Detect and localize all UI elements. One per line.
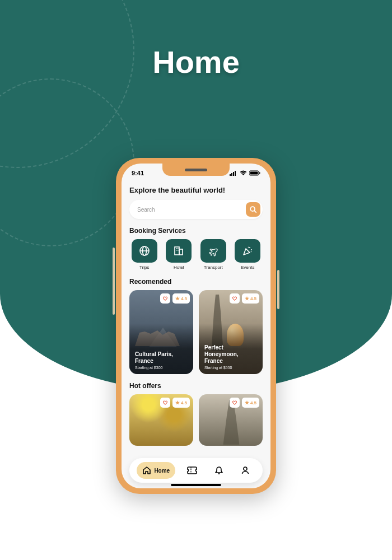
svg-rect-17 bbox=[178, 250, 179, 251]
rating-badge: 4.5 bbox=[172, 293, 190, 304]
card-badges: 4.5 bbox=[160, 293, 190, 304]
svg-rect-2 bbox=[233, 172, 234, 176]
recommended-cards: 4.5 Cultural Paris, France Starting at $… bbox=[129, 290, 263, 374]
nav-home-label: Home bbox=[154, 468, 170, 474]
home-icon bbox=[142, 466, 151, 475]
search-input[interactable] bbox=[137, 207, 246, 213]
star-icon bbox=[245, 400, 249, 405]
plane-icon bbox=[207, 244, 220, 258]
bottom-nav: Home bbox=[129, 458, 263, 483]
confetti-icon bbox=[241, 244, 254, 258]
rating-value: 4.5 bbox=[181, 400, 187, 405]
card-text: Perfect Honeymoon, France Starting at $5… bbox=[204, 344, 257, 370]
search-button[interactable] bbox=[246, 202, 260, 217]
svg-line-20 bbox=[248, 247, 249, 248]
service-trips[interactable]: Trips bbox=[129, 239, 160, 270]
battery-icon bbox=[249, 170, 260, 176]
card-subtitle: Starting at $300 bbox=[135, 366, 188, 370]
rating-badge: 4.5 bbox=[242, 398, 259, 408]
card-badges: 4.5 bbox=[230, 293, 259, 304]
person-icon bbox=[241, 466, 250, 475]
heart-icon bbox=[232, 296, 237, 301]
svg-rect-12 bbox=[175, 247, 179, 255]
card-title: Perfect Honeymoon, France bbox=[204, 344, 257, 365]
phone-screen: 9:41 Explore the beautiful bbox=[122, 164, 270, 488]
page-title: Home bbox=[0, 44, 392, 80]
globe-icon bbox=[138, 244, 151, 258]
hot-offers-cards: 4.5 4.5 bbox=[129, 394, 263, 446]
service-transport-box bbox=[200, 239, 226, 263]
bell-icon bbox=[214, 466, 223, 475]
recommended-title: Recomended bbox=[129, 278, 263, 286]
recommended-card-1[interactable]: 4.5 Cultural Paris, France Starting at $… bbox=[129, 290, 193, 374]
svg-rect-13 bbox=[179, 249, 183, 255]
svg-rect-5 bbox=[250, 172, 258, 175]
search-bar[interactable] bbox=[129, 200, 263, 219]
screen-content: Explore the beautiful world! Booking Ser… bbox=[122, 178, 270, 485]
service-transport-label: Transport bbox=[204, 265, 223, 270]
rating-badge: 4.5 bbox=[242, 293, 259, 304]
svg-point-18 bbox=[249, 247, 250, 248]
star-icon bbox=[245, 296, 249, 301]
hot-offer-card-2[interactable]: 4.5 bbox=[199, 394, 263, 446]
favorite-button[interactable] bbox=[230, 398, 240, 408]
service-trips-label: Trips bbox=[139, 265, 149, 270]
svg-rect-3 bbox=[235, 171, 236, 176]
search-icon bbox=[249, 206, 257, 213]
svg-line-21 bbox=[251, 251, 251, 252]
service-trips-box bbox=[132, 239, 157, 263]
status-time: 9:41 bbox=[132, 170, 144, 176]
phone-speaker bbox=[185, 169, 207, 171]
favorite-button[interactable] bbox=[160, 293, 170, 304]
booking-services-title: Booking Services bbox=[129, 227, 263, 235]
service-hotel-label: Hotel bbox=[174, 265, 184, 270]
svg-rect-14 bbox=[176, 248, 177, 249]
hot-offers-title: Hot offers bbox=[129, 382, 263, 390]
svg-rect-15 bbox=[178, 248, 179, 249]
headline: Explore the beautiful world! bbox=[129, 186, 263, 194]
star-icon bbox=[175, 400, 180, 405]
svg-rect-0 bbox=[230, 174, 231, 176]
svg-line-8 bbox=[254, 211, 256, 212]
signal-icon bbox=[230, 170, 237, 176]
svg-rect-1 bbox=[231, 173, 232, 176]
favorite-button[interactable] bbox=[230, 293, 240, 304]
svg-point-23 bbox=[244, 467, 247, 470]
svg-point-19 bbox=[251, 249, 252, 250]
rating-value: 4.5 bbox=[250, 296, 256, 301]
heart-icon bbox=[162, 296, 168, 301]
recommended-card-2[interactable]: 4.5 Perfect Honeymoon, France Starting a… bbox=[199, 290, 263, 374]
heart-icon bbox=[162, 400, 168, 405]
card-subtitle: Starting at $550 bbox=[204, 366, 257, 370]
star-icon bbox=[175, 296, 180, 301]
heart-icon bbox=[232, 400, 237, 405]
phone-frame: 9:41 Explore the beautiful bbox=[116, 158, 276, 494]
hot-offer-card-1[interactable]: 4.5 bbox=[129, 394, 193, 446]
service-transport[interactable]: Transport bbox=[198, 239, 228, 270]
building-icon bbox=[172, 244, 185, 258]
svg-rect-6 bbox=[259, 172, 260, 174]
home-indicator bbox=[171, 484, 221, 486]
phone-notch bbox=[162, 164, 230, 176]
favorite-button[interactable] bbox=[160, 398, 170, 408]
service-events-label: Events bbox=[241, 265, 254, 270]
svg-rect-16 bbox=[176, 250, 177, 251]
card-text: Cultural Paris, France Starting at $300 bbox=[135, 351, 188, 370]
service-hotel[interactable]: Hotel bbox=[164, 239, 194, 270]
card-badges: 4.5 bbox=[230, 398, 259, 408]
card-title: Cultural Paris, France bbox=[135, 351, 188, 365]
service-hotel-box bbox=[166, 239, 192, 263]
service-events[interactable]: Events bbox=[233, 239, 263, 270]
nav-profile[interactable] bbox=[235, 462, 255, 479]
services-row: Trips Hotel bbox=[129, 239, 263, 270]
service-events-box bbox=[235, 239, 260, 263]
status-icons bbox=[230, 170, 260, 176]
card-badges: 4.5 bbox=[160, 398, 190, 408]
nav-tickets[interactable] bbox=[181, 462, 203, 479]
ticket-icon bbox=[187, 466, 197, 474]
rating-value: 4.5 bbox=[181, 296, 187, 301]
rating-badge: 4.5 bbox=[172, 398, 190, 408]
nav-notifications[interactable] bbox=[209, 462, 229, 479]
nav-home[interactable]: Home bbox=[137, 462, 175, 479]
wifi-icon bbox=[240, 170, 247, 176]
